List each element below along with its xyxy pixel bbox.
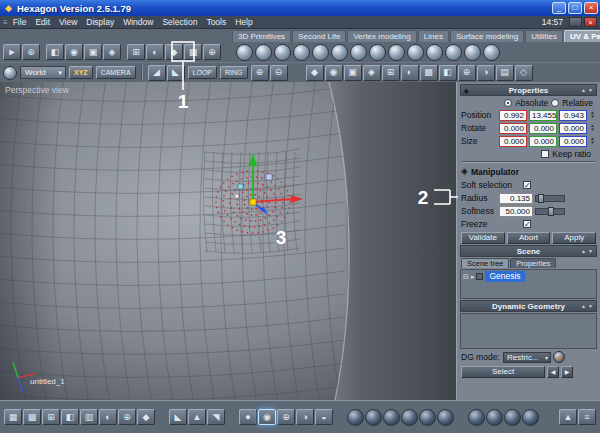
menu-item[interactable]: Help xyxy=(235,17,252,27)
panel-collapse-icon[interactable]: ≡ xyxy=(578,409,596,425)
uv-tool-icon[interactable] xyxy=(407,44,424,61)
z-value-field[interactable]: 0.000 xyxy=(559,136,587,147)
softness-slider[interactable] xyxy=(535,208,565,215)
modeling-tool-icon[interactable]: ◆ xyxy=(165,44,183,60)
gizmo-center-handle[interactable] xyxy=(250,199,256,205)
uv-tool-icon[interactable] xyxy=(350,44,367,61)
prev-button[interactable] xyxy=(547,366,559,378)
uv-paint-icon[interactable]: ⊕ xyxy=(458,65,476,81)
snap-mode-icon[interactable]: ◑ xyxy=(296,409,314,425)
viewport[interactable]: Perspective view untitled_1 xyxy=(0,82,456,400)
uv-tool-icon[interactable] xyxy=(464,44,481,61)
uv-tool-icon[interactable] xyxy=(483,44,500,61)
z-value-field[interactable]: 0.943 xyxy=(559,110,587,121)
uv-paint-icon[interactable]: ◐ xyxy=(401,65,419,81)
freeze-checkbox[interactable] xyxy=(523,220,531,228)
edit-tool-icon[interactable]: ◧ xyxy=(46,44,64,60)
grow-shrink-icon[interactable]: ⊖ xyxy=(270,65,288,81)
display-tool-icon[interactable]: ▩ xyxy=(23,409,41,425)
shading-mode-icon[interactable] xyxy=(383,409,400,426)
uv-paint-icon[interactable]: ◇ xyxy=(515,65,533,81)
display-tool-icon[interactable]: ▦ xyxy=(4,409,22,425)
softness-field[interactable]: 50.000 xyxy=(499,206,533,217)
dynamic-geometry-header[interactable]: Dynamic Geometry xyxy=(460,300,597,312)
ribbon-tab[interactable]: Utilities xyxy=(525,30,563,42)
uv-tool-icon[interactable] xyxy=(293,44,310,61)
grow-shrink-icon[interactable]: ⊕ xyxy=(251,65,269,81)
ribbon-tab[interactable]: Surface modeling xyxy=(450,30,524,42)
modeling-tool-icon[interactable]: ▩ xyxy=(184,44,202,60)
shading-mode-icon[interactable] xyxy=(401,409,418,426)
display-tool-icon[interactable]: ◧ xyxy=(61,409,79,425)
x-value-field[interactable]: 0.000 xyxy=(499,136,527,147)
z-value-field[interactable]: 0.000 xyxy=(559,123,587,134)
ribbon-tab[interactable]: Second Life xyxy=(292,30,346,42)
ribbon-tab[interactable]: 3D Primitives xyxy=(232,30,291,42)
scroll-down-icon[interactable] xyxy=(588,88,593,93)
menu-item[interactable]: Edit xyxy=(35,17,50,27)
uv-paint-icon[interactable]: ◉ xyxy=(325,65,343,81)
modeling-tool-icon[interactable]: ◐ xyxy=(146,44,164,60)
uv-tool-icon[interactable] xyxy=(255,44,272,61)
y-value-field[interactable]: 13.455 xyxy=(529,110,557,121)
uv-paint-icon[interactable]: ▤ xyxy=(496,65,514,81)
uv-tool-icon[interactable] xyxy=(331,44,348,61)
xyz-toggle[interactable]: XYZ xyxy=(69,66,93,79)
uv-tool-icon[interactable] xyxy=(369,44,386,61)
tab-scene-properties[interactable]: Properties xyxy=(510,258,556,268)
scroll-up-icon[interactable] xyxy=(581,88,586,93)
edit-tool-icon[interactable]: ◈ xyxy=(103,44,121,60)
snap-mode-icon[interactable]: ● xyxy=(239,409,257,425)
grid-tool-icon[interactable]: ▲ xyxy=(188,409,206,425)
uv-paint-icon[interactable]: ◈ xyxy=(363,65,381,81)
view-mode-icon[interactable] xyxy=(486,409,503,426)
dg-sphere-button[interactable] xyxy=(553,351,565,363)
uv-tool-icon[interactable] xyxy=(426,44,443,61)
shading-mode-icon[interactable] xyxy=(347,409,364,426)
keep-ratio-checkbox[interactable] xyxy=(541,150,549,158)
value-spinner[interactable] xyxy=(589,137,596,146)
y-value-field[interactable]: 0.000 xyxy=(529,123,557,134)
viewport-canvas[interactable] xyxy=(0,82,456,400)
menu-item[interactable]: Selection xyxy=(162,17,197,27)
modeling-tool-icon[interactable]: ⊞ xyxy=(127,44,145,60)
maximize-button[interactable]: □ xyxy=(568,2,582,14)
scene-header[interactable]: Scene xyxy=(460,245,597,257)
abort-button[interactable]: Abort xyxy=(507,232,551,244)
uv-paint-icon[interactable]: ◑ xyxy=(477,65,495,81)
uv-tool-icon[interactable] xyxy=(236,44,253,61)
absolute-radio[interactable] xyxy=(504,99,512,107)
uv-tool-icon[interactable] xyxy=(274,44,291,61)
value-spinner[interactable] xyxy=(589,124,596,133)
scroll-down-icon[interactable] xyxy=(588,304,593,309)
uv-paint-icon[interactable]: ▩ xyxy=(420,65,438,81)
collapse-icon[interactable] xyxy=(463,273,469,280)
dg-mode-dropdown[interactable]: Restric... xyxy=(503,352,551,363)
x-value-field[interactable]: 0.000 xyxy=(499,123,527,134)
expand-icon[interactable] xyxy=(471,273,475,280)
validate-button[interactable]: Validate xyxy=(461,232,505,244)
ring-button[interactable]: RING xyxy=(220,66,248,79)
apply-button[interactable]: Apply xyxy=(552,232,596,244)
next-button[interactable] xyxy=(561,366,573,378)
uv-paint-icon[interactable]: ▣ xyxy=(344,65,362,81)
uv-tool-icon[interactable] xyxy=(388,44,405,61)
grid-tool-icon[interactable]: ◣ xyxy=(169,409,187,425)
world-globe-icon[interactable] xyxy=(3,66,17,80)
scroll-up-icon[interactable] xyxy=(581,304,586,309)
select-tool-icon[interactable]: ► xyxy=(3,44,21,60)
snap-mode-icon[interactable]: ⊕ xyxy=(277,409,295,425)
x-value-field[interactable]: 0.992 xyxy=(499,110,527,121)
select-tool-icon[interactable]: ⊕ xyxy=(22,44,40,60)
view-mode-icon[interactable] xyxy=(522,409,539,426)
uv-paint-icon[interactable]: ⊞ xyxy=(382,65,400,81)
uv-tool-icon[interactable] xyxy=(312,44,329,61)
uv-paint-icon[interactable]: ◧ xyxy=(439,65,457,81)
shading-mode-icon[interactable] xyxy=(437,409,454,426)
menu-item[interactable]: Window xyxy=(123,17,153,27)
tree-row[interactable]: Genesis xyxy=(463,271,594,282)
session-close-button[interactable]: × xyxy=(584,17,597,27)
relative-radio[interactable] xyxy=(551,99,559,107)
shading-mode-icon[interactable] xyxy=(365,409,382,426)
panel-collapse-icon[interactable]: ▲ xyxy=(559,409,577,425)
